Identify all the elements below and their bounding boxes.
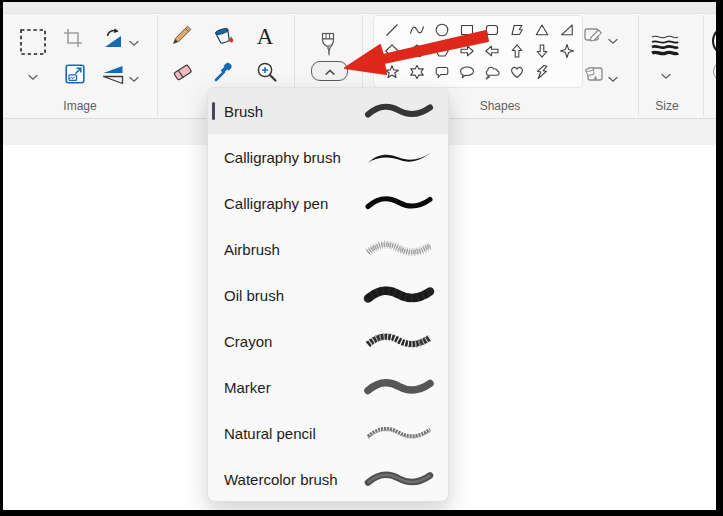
- rotate-options-chevron[interactable]: [129, 33, 139, 40]
- stroke-sample-calligraphy-pen: [363, 193, 435, 213]
- menu-item-calligraphy-brush[interactable]: Calligraphy brush: [208, 134, 448, 180]
- shape-arrow-up[interactable]: [504, 40, 529, 61]
- menu-item-label: Oil brush: [208, 287, 363, 304]
- stroke-sample-oil-brush: [363, 285, 435, 305]
- image-group-label: Image: [38, 97, 122, 115]
- shape-fill-icon: [583, 63, 605, 83]
- titlebar-edge: [3, 2, 716, 14]
- menu-item-label: Brush: [208, 103, 363, 120]
- text-tool-button[interactable]: A: [253, 23, 277, 51]
- stroke-sample-natural-pencil: [363, 423, 435, 443]
- menu-item-watercolor-brush[interactable]: Watercolor brush: [208, 456, 448, 502]
- shape-star-4[interactable]: [554, 40, 579, 61]
- stroke-sample-brush: [363, 101, 435, 121]
- menu-item-label: Calligraphy pen: [208, 195, 363, 212]
- shapes-group-label: Shapes: [458, 97, 542, 115]
- annotation-arrow: [339, 28, 493, 78]
- divider: [157, 15, 158, 116]
- menu-item-airbrush[interactable]: Airbrush: [208, 226, 448, 272]
- stroke-sample-calligraphy-brush: [363, 147, 435, 167]
- magnifier-button[interactable]: [254, 59, 280, 85]
- menu-item-natural-pencil[interactable]: Natural pencil: [208, 410, 448, 456]
- divider: [703, 15, 704, 116]
- shape-arrow-down[interactable]: [529, 40, 554, 61]
- size-group-label: Size: [625, 97, 709, 115]
- eraser-tool-button[interactable]: [170, 59, 196, 85]
- menu-item-oil-brush[interactable]: Oil brush: [208, 272, 448, 318]
- chevron-down-icon: [661, 66, 671, 83]
- paint-window: Image A Shapes Size BrushCalligraphy bru…: [3, 2, 716, 510]
- paint-bucket-icon: [210, 22, 236, 48]
- brush-icon: [315, 31, 341, 59]
- shape-fill-chevron[interactable]: [608, 69, 618, 76]
- size-chevron[interactable]: [661, 66, 671, 73]
- menu-item-marker[interactable]: Marker: [208, 364, 448, 410]
- eyedropper-icon: [211, 59, 237, 85]
- fill-tool-button[interactable]: [210, 22, 236, 48]
- rotate-button[interactable]: [101, 27, 125, 49]
- pencil-tool-button[interactable]: [169, 22, 195, 48]
- resize-icon: [63, 62, 87, 86]
- screenshot-frame: Image A Shapes Size BrushCalligraphy bru…: [0, 0, 723, 516]
- stroke-sample-airbrush: [363, 239, 435, 259]
- chevron-down-icon: [608, 69, 618, 86]
- shape-fill-button[interactable]: [583, 63, 605, 83]
- eraser-icon: [170, 59, 196, 85]
- shape-outline-chevron[interactable]: [608, 31, 618, 38]
- menu-item-label: Calligraphy brush: [208, 149, 363, 166]
- shape-heart[interactable]: [504, 61, 529, 82]
- crop-button[interactable]: [61, 26, 85, 50]
- chevron-down-icon: [608, 31, 618, 48]
- shape-triangle[interactable]: [529, 19, 554, 40]
- shape-right-triangle[interactable]: [554, 19, 579, 40]
- size-button[interactable]: [650, 33, 680, 57]
- menu-item-brush[interactable]: Brush: [208, 88, 448, 134]
- shape-polygon[interactable]: [504, 19, 529, 40]
- stroke-sample-watercolor-brush: [363, 469, 435, 489]
- brush-type-menu: BrushCalligraphy brushCalligraphy penAir…: [207, 87, 449, 502]
- chevron-down-icon: [129, 69, 139, 86]
- flip-button[interactable]: [101, 63, 125, 86]
- menu-item-label: Watercolor brush: [208, 471, 363, 488]
- text-tool-icon: A: [257, 24, 274, 50]
- selection-icon: [19, 28, 47, 56]
- shape-outline-icon: [583, 25, 605, 45]
- chevron-down-icon: [129, 33, 139, 50]
- menu-item-label: Crayon: [208, 333, 363, 350]
- menu-item-crayon[interactable]: Crayon: [208, 318, 448, 364]
- shape-outline-button[interactable]: [583, 25, 605, 45]
- stroke-sample-crayon: [363, 331, 435, 351]
- brush-menu-list: BrushCalligraphy brushCalligraphy penAir…: [208, 88, 448, 502]
- magnifier-icon: [254, 59, 280, 85]
- select-options-chevron[interactable]: [28, 67, 38, 74]
- shape-lightning[interactable]: [529, 61, 554, 82]
- crop-icon: [61, 26, 85, 50]
- rotate-icon: [101, 27, 125, 49]
- color-picker-button[interactable]: [211, 59, 237, 85]
- flip-icon: [101, 63, 125, 86]
- select-tool-button[interactable]: [19, 28, 47, 56]
- menu-item-label: Airbrush: [208, 241, 363, 258]
- selected-indicator: [212, 102, 215, 120]
- resize-button[interactable]: [63, 62, 87, 86]
- flip-options-chevron[interactable]: [129, 69, 139, 76]
- line-size-icon: [650, 33, 680, 57]
- menu-item-calligraphy-pen[interactable]: Calligraphy pen: [208, 180, 448, 226]
- menu-item-label: Marker: [208, 379, 363, 396]
- chevron-down-icon: [28, 67, 38, 84]
- menu-item-label: Natural pencil: [208, 425, 363, 442]
- stroke-sample-marker: [363, 377, 435, 397]
- chevron-up-icon: [325, 62, 335, 80]
- brushes-button[interactable]: [315, 31, 341, 59]
- pencil-icon: [169, 22, 195, 48]
